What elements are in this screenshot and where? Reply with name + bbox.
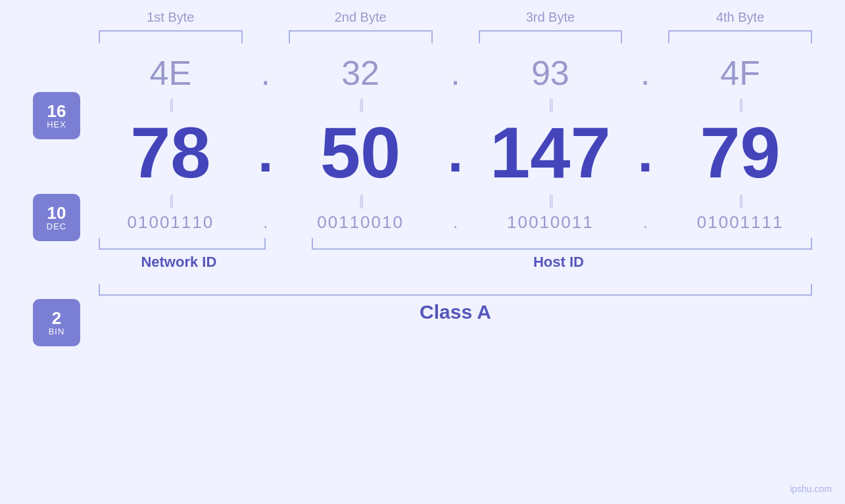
bin-dot-2: . [439,212,472,233]
bin-val-4: 01001111 [662,212,819,233]
hex-val-1: 4E [92,53,249,93]
dec-dot-3: . [629,120,662,185]
dec-badge: 10 DEC [33,194,80,241]
dec-val-4: 79 [662,116,819,189]
hex-val-2: 32 [282,53,439,93]
class-a-label: Class A [92,301,819,323]
bin-val-1: 01001110 [92,212,249,233]
hex-dot-2: . [439,53,472,93]
hex-val-4: 4F [662,53,819,93]
bracket-byte2-top [282,30,439,43]
bracket-byte3-top [472,30,629,43]
equals-1: || [92,96,249,113]
bin-dot-1: . [249,212,282,233]
equals-4: || [662,96,819,113]
host-id-label: Host ID [299,254,819,271]
page-layout: 16 HEX 10 DEC 2 BIN 1st Byte 2nd Byte 3r… [0,0,845,504]
byte-header-3: 3rd Byte [472,10,629,25]
dec-dot-2: . [439,120,472,185]
equals-2: || [282,96,439,113]
dec-dot-1: . [249,120,282,185]
hex-badge: 16 HEX [33,92,80,139]
dec-val-2: 50 [282,116,439,189]
watermark: ipshu.com [790,484,832,494]
bin-base-number: 2 [52,309,61,327]
equals2-2: || [282,192,439,209]
hex-base-number: 16 [47,103,66,120]
bin-base-label: BIN [49,327,65,336]
dec-base-label: DEC [47,221,66,231]
class-bracket [92,284,819,296]
network-id-label: Network ID [92,254,266,271]
host-bracket [312,238,812,250]
dec-val-3: 147 [472,116,629,189]
bracket-byte4-top [662,30,819,43]
hex-base-label: HEX [47,120,66,129]
byte-header-4: 4th Byte [662,10,819,25]
dec-val-1: 78 [92,116,249,189]
equals2-1: || [92,192,249,209]
dec-base-number: 10 [47,204,66,221]
byte-header-2: 2nd Byte [282,10,439,25]
equals2-4: || [662,192,819,209]
hex-val-3: 93 [472,53,629,93]
network-bracket [99,238,266,250]
equals2-3: || [472,192,629,209]
bin-badge: 2 BIN [33,299,80,346]
bin-val-2: 00110010 [282,212,439,233]
bracket-byte1-top [92,30,249,43]
bin-dot-3: . [629,212,662,233]
equals-3: || [472,96,629,113]
content-area: 1st Byte 2nd Byte 3rd Byte 4th Byte 4E .… [92,0,819,504]
bin-val-3: 10010011 [472,212,629,233]
byte-header-1: 1st Byte [92,10,249,25]
hex-dot-3: . [629,53,662,93]
hex-dot-1: . [249,53,282,93]
